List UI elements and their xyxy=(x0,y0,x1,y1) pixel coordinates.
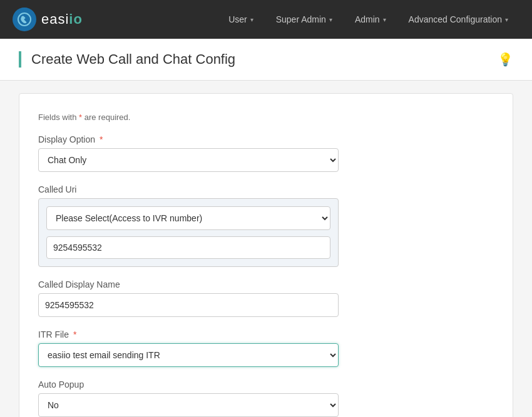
auto-popup-select[interactable]: No Yes xyxy=(38,393,339,417)
nav-item-advanced-config[interactable]: Advanced Configuration ▾ xyxy=(397,0,519,39)
logo-text: easiio xyxy=(41,11,83,28)
called-uri-group: Called Uri Please Select(Access to IVR n… xyxy=(38,184,494,267)
super-admin-caret-icon: ▾ xyxy=(329,16,332,23)
display-option-group: Display Option * Chat Only Call Only Cal… xyxy=(38,134,494,172)
display-option-select[interactable]: Chat Only Call Only Call and Chat xyxy=(38,148,339,172)
nav-item-super-admin[interactable]: Super Admin ▾ xyxy=(265,0,344,39)
form-card: Fields with * are required. Display Opti… xyxy=(19,93,513,417)
advanced-config-caret-icon: ▾ xyxy=(505,16,508,23)
display-option-label: Display Option * xyxy=(38,134,494,144)
page-title: Create Web Call and Chat Config xyxy=(31,51,498,68)
admin-caret-icon: ▾ xyxy=(383,16,386,23)
itr-file-label: ITR File * xyxy=(38,329,494,339)
svg-point-0 xyxy=(18,13,31,26)
required-note: Fields with * are required. xyxy=(38,113,494,122)
nav-item-user[interactable]: User ▾ xyxy=(217,0,265,39)
itr-file-group: ITR File * easiio test email sending ITR xyxy=(38,329,494,367)
auto-popup-group: Auto Popup No Yes xyxy=(38,379,494,417)
logo: easiio xyxy=(13,8,83,31)
called-display-name-input[interactable] xyxy=(38,293,339,317)
called-uri-box: Please Select(Access to IVR number) xyxy=(38,198,339,267)
called-display-name-group: Called Display Name xyxy=(38,279,494,317)
logo-icon xyxy=(13,8,36,31)
navbar: easiio User ▾ Super Admin ▾ Admin ▾ Adva… xyxy=(0,0,532,39)
auto-popup-label: Auto Popup xyxy=(38,379,494,389)
itr-file-select[interactable]: easiio test email sending ITR xyxy=(38,343,339,367)
nav-items: User ▾ Super Admin ▾ Admin ▾ Advanced Co… xyxy=(217,0,519,39)
nav-item-admin[interactable]: Admin ▾ xyxy=(344,0,397,39)
header-bulb-icon: 💡 xyxy=(498,52,513,67)
called-uri-select[interactable]: Please Select(Access to IVR number) xyxy=(46,206,330,230)
called-uri-input[interactable] xyxy=(46,236,330,259)
called-display-name-label: Called Display Name xyxy=(38,279,494,289)
called-uri-label: Called Uri xyxy=(38,184,494,194)
user-caret-icon: ▾ xyxy=(250,16,253,23)
